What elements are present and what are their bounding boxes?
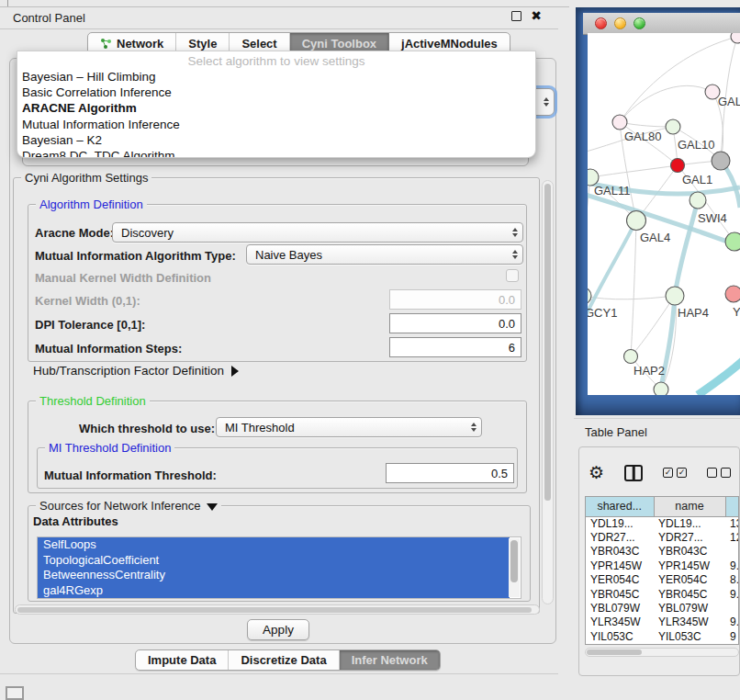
table-cell[interactable]: YDL19... <box>654 516 725 530</box>
table-cell[interactable]: 12 <box>725 530 739 544</box>
attribute-item-selected[interactable]: BetweennessCentrality <box>38 568 510 583</box>
table-cell[interactable]: 9 <box>725 629 739 643</box>
split-columns-icon[interactable] <box>624 465 643 481</box>
table-cell[interactable]: 13 <box>725 516 739 530</box>
close-window-icon[interactable] <box>595 17 607 29</box>
network-window-titlebar[interactable] <box>583 13 740 35</box>
table-cell[interactable]: YBL079W <box>654 601 725 615</box>
tab-discretize-data[interactable]: Discretize Data <box>229 650 339 670</box>
table-cell[interactable]: YDR27... <box>654 530 725 544</box>
scrollbar-thumb[interactable] <box>544 184 551 501</box>
scrollbar-thumb[interactable] <box>17 607 532 613</box>
data-attributes-label: Data Attributes <box>33 514 118 528</box>
node-gal1[interactable] <box>671 159 685 173</box>
table-cell[interactable] <box>725 545 739 559</box>
aracne-mode-combo[interactable]: Discovery <box>112 222 523 243</box>
scrollbar-thumb[interactable] <box>587 649 642 655</box>
minimized-panel-icon[interactable] <box>6 686 24 700</box>
table-cell[interactable]: YPR145W <box>654 559 725 572</box>
float-panel-icon[interactable] <box>511 11 521 21</box>
tab-label: Network <box>117 37 163 51</box>
attribute-item-selected[interactable]: gal4RGexp <box>38 583 510 599</box>
table-cell[interactable]: YLR345W <box>586 615 654 629</box>
node-partial-top-right[interactable] <box>731 33 740 43</box>
node-green-right[interactable] <box>725 232 740 251</box>
table-cell[interactable]: YPR145W <box>586 559 654 572</box>
dropdown-item-highlighted[interactable]: ARACNE Algorithm <box>17 100 535 116</box>
scrollbar-thumb[interactable] <box>510 540 518 582</box>
dropdown-item[interactable]: Dream8 DC_TDC Algorithm <box>17 148 535 158</box>
table-cell[interactable]: YDL19... <box>586 516 654 530</box>
table-cell[interactable]: 9. <box>725 587 739 601</box>
table-cell[interactable]: YBR045C <box>586 587 654 601</box>
group-title: Threshold Definition <box>36 394 150 408</box>
mi-threshold-field[interactable]: 0.5 <box>386 463 514 483</box>
tab-label: Infer Network <box>352 653 428 667</box>
which-threshold-combo[interactable]: MI Threshold <box>216 417 482 437</box>
combo-stepper-icon <box>512 250 518 259</box>
apply-button[interactable]: Apply <box>247 619 309 640</box>
combo-value: Naive Bayes <box>255 248 322 262</box>
settings-vertical-scrollbar <box>542 180 554 604</box>
zoom-window-icon[interactable] <box>633 17 645 29</box>
attribute-item-selected[interactable]: SelfLoops <box>38 537 510 553</box>
node-hap4[interactable] <box>666 287 684 305</box>
attribute-item-selected[interactable]: TopologicalCoefficient <box>38 553 510 569</box>
sources-group-toggle[interactable]: Sources for Network Inference <box>36 499 221 513</box>
table-cell[interactable]: YBR045C <box>654 587 725 601</box>
column-header[interactable]: name <box>654 497 725 516</box>
node-swi4[interactable] <box>690 192 706 209</box>
control-panel-title: Control Panel <box>0 11 85 25</box>
gear-icon[interactable]: ⚙ <box>589 465 604 481</box>
table-cell[interactable]: YIL053C <box>586 629 654 643</box>
hub-definition-toggle[interactable]: Hub/Transcription Factor Definition <box>33 364 239 378</box>
node-gal4[interactable] <box>627 211 646 231</box>
mi-steps-field[interactable]: 6 <box>389 337 521 357</box>
table-cell[interactable] <box>725 601 739 615</box>
table-cell[interactable]: YBR043C <box>586 545 654 559</box>
mi-steps-label: Mutual Information Steps: <box>35 342 182 356</box>
node-gray[interactable] <box>712 152 730 170</box>
node-label: GAL4 <box>640 231 670 244</box>
tab-infer-network[interactable]: Infer Network <box>340 650 440 670</box>
dropdown-item[interactable]: Bayesian – K2 <box>17 132 535 148</box>
node-salmon-right[interactable] <box>725 286 740 302</box>
network-canvas[interactable]: GAL GAL80 GAL10 GAL1 GAL11 SWI4 GAL4 GCY… <box>588 33 740 395</box>
table-cell[interactable]: YBR043C <box>654 545 725 559</box>
combo-stepper-icon <box>471 423 477 432</box>
table-cell[interactable]: YBL079W <box>586 601 654 615</box>
table-cell[interactable]: YIL053C <box>654 629 725 643</box>
table-cell[interactable]: 9. <box>725 615 739 629</box>
node-gal10[interactable] <box>666 119 680 134</box>
column-header[interactable]: shared... <box>586 497 654 516</box>
minimize-window-icon[interactable] <box>614 17 626 29</box>
attribute-list-scrollbar <box>509 538 520 597</box>
tab-impute-data[interactable]: Impute Data <box>136 650 229 670</box>
table-cell[interactable]: 9. <box>725 559 739 572</box>
dropdown-item[interactable]: Bayesian – Hill Climbing <box>17 69 535 85</box>
node-hap2[interactable] <box>624 350 638 364</box>
dropdown-item[interactable]: Mutual Information Inference <box>17 117 535 132</box>
table-cell[interactable]: YDR27... <box>586 530 654 544</box>
table-cell[interactable]: YLR345W <box>654 615 725 629</box>
mi-type-combo[interactable]: Naive Bayes <box>246 244 523 265</box>
table-row: YPR145W YPR145W 9. <box>586 559 739 572</box>
table-panel-divider <box>574 418 740 419</box>
close-panel-icon[interactable]: ✖ <box>531 11 542 21</box>
select-all-icon[interactable]: ✓✓ <box>663 468 687 478</box>
manual-kernel-checkbox[interactable] <box>506 269 519 282</box>
network-view-window: GAL GAL80 GAL10 GAL1 GAL11 SWI4 GAL4 GCY… <box>576 7 740 415</box>
table-cell[interactable]: 8. <box>725 573 739 587</box>
kernel-width-field: 0.0 <box>389 289 521 310</box>
hub-definition-label: Hub/Transcription Factor Definition <box>33 364 224 378</box>
control-panel-bottom-border <box>0 673 558 674</box>
node-gal80[interactable] <box>612 115 627 130</box>
dropdown-item[interactable]: Basic Correlation Inference <box>17 85 535 100</box>
aracne-mode-label: Aracne Mode: <box>35 226 114 240</box>
table-cell[interactable]: YER054C <box>654 573 725 587</box>
deselect-all-icon[interactable] <box>707 468 731 478</box>
column-header[interactable]: A <box>725 497 739 516</box>
table-cell[interactable]: YER054C <box>586 573 654 587</box>
dpi-tolerance-field[interactable]: 0.0 <box>389 313 521 333</box>
node-partial-bottom[interactable] <box>654 382 668 395</box>
